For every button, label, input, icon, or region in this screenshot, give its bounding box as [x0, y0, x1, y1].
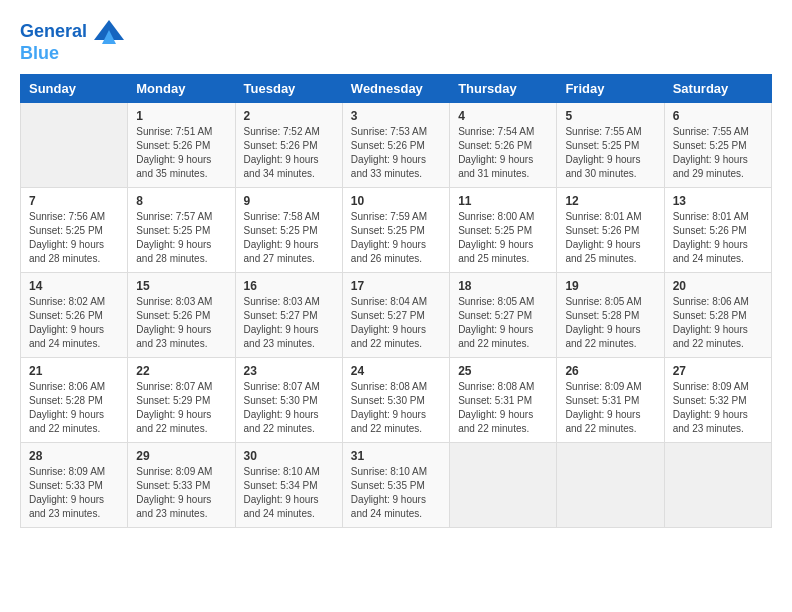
day-info: Sunrise: 7:53 AMSunset: 5:26 PMDaylight:… — [351, 125, 441, 181]
calendar-cell: 5Sunrise: 7:55 AMSunset: 5:25 PMDaylight… — [557, 102, 664, 187]
week-row-1: 1Sunrise: 7:51 AMSunset: 5:26 PMDaylight… — [21, 102, 772, 187]
day-number: 31 — [351, 449, 441, 463]
calendar-cell: 7Sunrise: 7:56 AMSunset: 5:25 PMDaylight… — [21, 187, 128, 272]
header-tuesday: Tuesday — [235, 74, 342, 102]
calendar-cell: 11Sunrise: 8:00 AMSunset: 5:25 PMDayligh… — [450, 187, 557, 272]
day-info: Sunrise: 8:04 AMSunset: 5:27 PMDaylight:… — [351, 295, 441, 351]
day-number: 22 — [136, 364, 226, 378]
day-info: Sunrise: 8:05 AMSunset: 5:27 PMDaylight:… — [458, 295, 548, 351]
header-friday: Friday — [557, 74, 664, 102]
day-info: Sunrise: 8:09 AMSunset: 5:32 PMDaylight:… — [673, 380, 763, 436]
day-info: Sunrise: 8:02 AMSunset: 5:26 PMDaylight:… — [29, 295, 119, 351]
calendar-table: SundayMondayTuesdayWednesdayThursdayFrid… — [20, 74, 772, 528]
calendar-cell: 9Sunrise: 7:58 AMSunset: 5:25 PMDaylight… — [235, 187, 342, 272]
day-number: 30 — [244, 449, 334, 463]
day-number: 13 — [673, 194, 763, 208]
calendar-cell: 3Sunrise: 7:53 AMSunset: 5:26 PMDaylight… — [342, 102, 449, 187]
calendar-cell: 1Sunrise: 7:51 AMSunset: 5:26 PMDaylight… — [128, 102, 235, 187]
day-info: Sunrise: 8:08 AMSunset: 5:30 PMDaylight:… — [351, 380, 441, 436]
calendar-cell: 17Sunrise: 8:04 AMSunset: 5:27 PMDayligh… — [342, 272, 449, 357]
calendar-cell: 2Sunrise: 7:52 AMSunset: 5:26 PMDaylight… — [235, 102, 342, 187]
calendar-cell: 29Sunrise: 8:09 AMSunset: 5:33 PMDayligh… — [128, 442, 235, 527]
day-info: Sunrise: 8:01 AMSunset: 5:26 PMDaylight:… — [565, 210, 655, 266]
header-thursday: Thursday — [450, 74, 557, 102]
calendar-cell: 27Sunrise: 8:09 AMSunset: 5:32 PMDayligh… — [664, 357, 771, 442]
calendar-cell: 31Sunrise: 8:10 AMSunset: 5:35 PMDayligh… — [342, 442, 449, 527]
week-row-4: 21Sunrise: 8:06 AMSunset: 5:28 PMDayligh… — [21, 357, 772, 442]
calendar-cell: 10Sunrise: 7:59 AMSunset: 5:25 PMDayligh… — [342, 187, 449, 272]
calendar-cell: 4Sunrise: 7:54 AMSunset: 5:26 PMDaylight… — [450, 102, 557, 187]
week-row-3: 14Sunrise: 8:02 AMSunset: 5:26 PMDayligh… — [21, 272, 772, 357]
calendar-cell — [21, 102, 128, 187]
day-info: Sunrise: 7:58 AMSunset: 5:25 PMDaylight:… — [244, 210, 334, 266]
day-number: 20 — [673, 279, 763, 293]
logo-icon — [94, 20, 124, 44]
day-info: Sunrise: 8:05 AMSunset: 5:28 PMDaylight:… — [565, 295, 655, 351]
day-number: 24 — [351, 364, 441, 378]
logo-text2: Blue — [20, 44, 124, 64]
day-info: Sunrise: 8:06 AMSunset: 5:28 PMDaylight:… — [673, 295, 763, 351]
day-number: 5 — [565, 109, 655, 123]
calendar-cell: 12Sunrise: 8:01 AMSunset: 5:26 PMDayligh… — [557, 187, 664, 272]
day-info: Sunrise: 7:56 AMSunset: 5:25 PMDaylight:… — [29, 210, 119, 266]
day-number: 12 — [565, 194, 655, 208]
day-number: 2 — [244, 109, 334, 123]
calendar-cell: 14Sunrise: 8:02 AMSunset: 5:26 PMDayligh… — [21, 272, 128, 357]
week-row-2: 7Sunrise: 7:56 AMSunset: 5:25 PMDaylight… — [21, 187, 772, 272]
calendar-cell: 26Sunrise: 8:09 AMSunset: 5:31 PMDayligh… — [557, 357, 664, 442]
day-info: Sunrise: 7:54 AMSunset: 5:26 PMDaylight:… — [458, 125, 548, 181]
day-number: 14 — [29, 279, 119, 293]
logo-text: General — [20, 20, 124, 44]
calendar-cell: 8Sunrise: 7:57 AMSunset: 5:25 PMDaylight… — [128, 187, 235, 272]
day-info: Sunrise: 7:59 AMSunset: 5:25 PMDaylight:… — [351, 210, 441, 266]
day-info: Sunrise: 8:08 AMSunset: 5:31 PMDaylight:… — [458, 380, 548, 436]
calendar-cell: 20Sunrise: 8:06 AMSunset: 5:28 PMDayligh… — [664, 272, 771, 357]
day-number: 9 — [244, 194, 334, 208]
calendar-cell: 19Sunrise: 8:05 AMSunset: 5:28 PMDayligh… — [557, 272, 664, 357]
day-info: Sunrise: 7:52 AMSunset: 5:26 PMDaylight:… — [244, 125, 334, 181]
day-info: Sunrise: 7:57 AMSunset: 5:25 PMDaylight:… — [136, 210, 226, 266]
calendar-cell: 18Sunrise: 8:05 AMSunset: 5:27 PMDayligh… — [450, 272, 557, 357]
day-info: Sunrise: 7:55 AMSunset: 5:25 PMDaylight:… — [565, 125, 655, 181]
day-info: Sunrise: 8:10 AMSunset: 5:34 PMDaylight:… — [244, 465, 334, 521]
calendar-cell — [664, 442, 771, 527]
day-info: Sunrise: 8:09 AMSunset: 5:33 PMDaylight:… — [136, 465, 226, 521]
day-number: 1 — [136, 109, 226, 123]
calendar-cell: 28Sunrise: 8:09 AMSunset: 5:33 PMDayligh… — [21, 442, 128, 527]
day-number: 6 — [673, 109, 763, 123]
day-number: 17 — [351, 279, 441, 293]
day-number: 8 — [136, 194, 226, 208]
logo: General Blue — [20, 20, 124, 64]
day-number: 15 — [136, 279, 226, 293]
calendar-cell: 21Sunrise: 8:06 AMSunset: 5:28 PMDayligh… — [21, 357, 128, 442]
calendar-cell: 30Sunrise: 8:10 AMSunset: 5:34 PMDayligh… — [235, 442, 342, 527]
calendar-cell: 13Sunrise: 8:01 AMSunset: 5:26 PMDayligh… — [664, 187, 771, 272]
day-number: 25 — [458, 364, 548, 378]
calendar-cell: 15Sunrise: 8:03 AMSunset: 5:26 PMDayligh… — [128, 272, 235, 357]
day-info: Sunrise: 8:03 AMSunset: 5:26 PMDaylight:… — [136, 295, 226, 351]
header-monday: Monday — [128, 74, 235, 102]
header-saturday: Saturday — [664, 74, 771, 102]
day-number: 19 — [565, 279, 655, 293]
day-info: Sunrise: 8:01 AMSunset: 5:26 PMDaylight:… — [673, 210, 763, 266]
calendar-cell: 23Sunrise: 8:07 AMSunset: 5:30 PMDayligh… — [235, 357, 342, 442]
calendar-cell: 6Sunrise: 7:55 AMSunset: 5:25 PMDaylight… — [664, 102, 771, 187]
day-info: Sunrise: 8:09 AMSunset: 5:31 PMDaylight:… — [565, 380, 655, 436]
day-info: Sunrise: 8:06 AMSunset: 5:28 PMDaylight:… — [29, 380, 119, 436]
day-info: Sunrise: 8:07 AMSunset: 5:30 PMDaylight:… — [244, 380, 334, 436]
day-number: 3 — [351, 109, 441, 123]
day-info: Sunrise: 7:55 AMSunset: 5:25 PMDaylight:… — [673, 125, 763, 181]
page-header: General Blue — [20, 20, 772, 64]
calendar-cell: 25Sunrise: 8:08 AMSunset: 5:31 PMDayligh… — [450, 357, 557, 442]
day-number: 23 — [244, 364, 334, 378]
header-wednesday: Wednesday — [342, 74, 449, 102]
calendar-cell: 24Sunrise: 8:08 AMSunset: 5:30 PMDayligh… — [342, 357, 449, 442]
day-info: Sunrise: 8:09 AMSunset: 5:33 PMDaylight:… — [29, 465, 119, 521]
day-number: 10 — [351, 194, 441, 208]
calendar-cell: 16Sunrise: 8:03 AMSunset: 5:27 PMDayligh… — [235, 272, 342, 357]
header-row: SundayMondayTuesdayWednesdayThursdayFrid… — [21, 74, 772, 102]
header-sunday: Sunday — [21, 74, 128, 102]
day-number: 4 — [458, 109, 548, 123]
week-row-5: 28Sunrise: 8:09 AMSunset: 5:33 PMDayligh… — [21, 442, 772, 527]
calendar-cell — [557, 442, 664, 527]
